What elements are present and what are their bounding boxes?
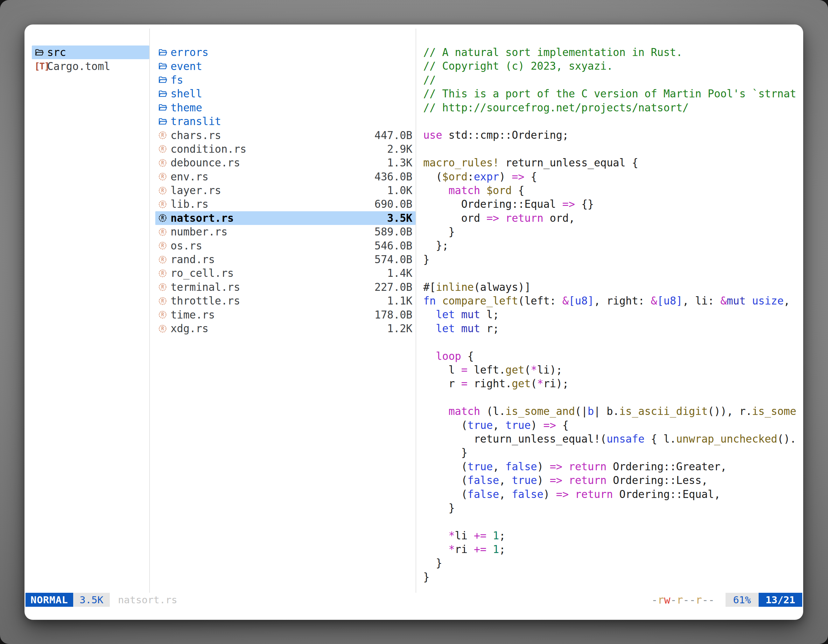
file-row[interactable]: Rlib.rs690.0B [155,197,416,211]
file-row[interactable]: Rnatsort.rs3.5K [155,211,416,225]
yazi-window: src[T]Cargo.toml errorseventfsshelltheme… [25,25,803,620]
entry-name: errors [171,46,209,58]
code-line: let mut l; [423,308,799,321]
code-line: l = left.get(*li); [423,363,799,377]
rust-file-icon: R [158,199,171,209]
folder-row[interactable]: errors [155,45,416,59]
code-line: use std::cmp::Ordering; [423,128,799,142]
entry-name: condition.rs [171,143,246,155]
svg-text:R: R [161,215,164,221]
rust-file-icon: R [158,268,171,278]
code-line: // http://sourcefrog.net/projects/natsor… [423,101,799,114]
entry-name: rand.rs [171,253,215,266]
entry-name: Cargo.toml [47,60,110,72]
svg-text:R: R [161,174,164,180]
code-line: *ri += 1; [423,542,799,556]
entry-name: time.rs [171,309,215,321]
permission-char: r [676,594,683,606]
folder-row[interactable]: event [155,59,416,73]
code-line: loop { [423,349,799,363]
folder-row[interactable]: src [32,45,149,59]
permissions: -rw-r--r-- [651,594,715,606]
svg-text:R: R [161,326,164,332]
svg-text:R: R [161,201,164,207]
file-row[interactable]: Rtime.rs178.0B [155,308,416,321]
preview-pane: // A natural sort implementation in Rust… [423,45,799,584]
folder-open-icon [158,89,171,99]
folder-open-icon [158,103,171,112]
file-row[interactable]: Ros.rs546.0B [155,239,416,252]
file-row[interactable]: Rterminal.rs227.0B [155,280,416,294]
current-pane: errorseventfsshellthemetranslitRchars.rs… [155,45,416,335]
code-line [423,515,799,528]
entry-name: debounce.rs [171,157,240,169]
entry-size: 1.1K [387,295,412,307]
file-row[interactable]: Rro_cell.rs1.4K [155,266,416,280]
file-row[interactable]: Rrand.rs574.0B [155,253,416,266]
status-filename: natsort.rs [118,594,177,605]
folder-open-icon [158,75,171,85]
file-row[interactable]: Rchars.rs447.0B [155,128,416,142]
svg-text:R: R [161,146,164,152]
entry-size: 436.0B [375,171,412,183]
code-line: Ordering::Equal => {} [423,197,799,211]
file-row[interactable]: Rthrottle.rs1.1K [155,294,416,308]
cursor-position-badge: 13/21 [759,593,802,607]
file-row[interactable]: Rdebounce.rs1.3K [155,156,416,169]
rust-file-icon: R [158,130,171,140]
code-line: let mut r; [423,322,799,335]
code-line [423,335,799,349]
rust-file-icon: R [158,144,171,154]
code-line: // This is a port of the C version of Ma… [423,87,799,100]
entry-size: 690.0B [375,198,412,210]
folder-row[interactable]: theme [155,101,416,114]
entry-name: lib.rs [171,198,209,210]
rust-file-icon: R [158,227,171,237]
entry-size: 178.0B [375,309,412,321]
file-row[interactable]: Rnumber.rs589.0B [155,225,416,239]
rust-file-icon: R [158,158,171,168]
folder-open-icon [158,117,171,126]
rust-file-icon: R [158,282,171,292]
code-line: (false, false) => return Ordering::Equal… [423,487,799,501]
entry-name: ro_cell.rs [171,267,234,279]
folder-open-icon [158,48,171,57]
entry-name: number.rs [171,226,227,238]
code-line: } [423,446,799,459]
code-line: ord => return ord, [423,211,799,225]
code-line: } [423,570,799,584]
svg-text:R: R [161,229,164,235]
entry-size: 3.5K [387,212,412,224]
svg-text:R: R [161,257,164,263]
entry-size: 447.0B [375,129,412,142]
status-right-group: -rw-r--r-- 61% 13/21 [651,593,802,607]
svg-text:R: R [161,284,164,290]
code-line: // [423,73,799,87]
folder-row[interactable]: translit [155,114,416,128]
file-row[interactable]: [T]Cargo.toml [32,59,149,73]
code-line: } [423,501,799,515]
svg-text:R: R [161,312,164,318]
code-line [423,266,799,280]
svg-text:R: R [161,271,164,276]
mode-badge: NORMAL [25,593,73,607]
folder-open-icon [158,61,171,71]
code-line [423,391,799,404]
code-line: } [423,556,799,570]
file-row[interactable]: Rcondition.rs2.9K [155,142,416,156]
entry-name: event [171,60,202,72]
folder-row[interactable]: shell [155,87,416,100]
file-row[interactable]: Rlayer.rs1.0K [155,183,416,197]
parent-pane: src[T]Cargo.toml [32,45,149,73]
entry-name: throttle.rs [171,295,240,307]
entry-size: 1.3K [387,157,412,169]
folder-row[interactable]: fs [155,73,416,87]
entry-size: 227.0B [375,281,412,293]
file-row[interactable]: Renv.rs436.0B [155,170,416,183]
rust-file-icon: R [158,241,171,251]
toml-icon: [T] [34,61,47,72]
code-line: (false, true) => return Ordering::Less, [423,473,799,487]
entry-size: 2.9K [387,143,412,155]
code-line: } [423,253,799,266]
file-row[interactable]: Rxdg.rs1.2K [155,322,416,335]
